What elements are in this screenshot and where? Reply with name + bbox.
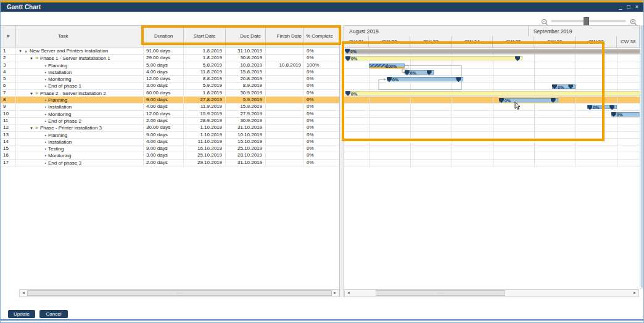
duration-cell: 3.00 days [144, 152, 184, 158]
column-header-number: # [1, 26, 16, 47]
table-row[interactable]: 13●Planning9.00 days1.10.201910.10.20190… [1, 132, 339, 139]
gantt-bar-task[interactable]: 0% [587, 105, 617, 109]
finish-date-cell [266, 111, 304, 117]
table-scrollbar-thumb[interactable]: ··· [27, 290, 332, 296]
percent-cell: 0% [304, 152, 339, 158]
row-number: 1 [1, 48, 16, 54]
finish-date-cell [266, 97, 304, 103]
gantt-bar-task[interactable]: 100% [369, 63, 404, 68]
task-bullet-icon: ● [44, 63, 46, 67]
row-number: 9 [1, 104, 16, 110]
due-date-cell: 28.10.2019 [226, 152, 266, 158]
task-cell: ●End of phase 2 [16, 118, 144, 124]
pane-splitter[interactable] [339, 25, 344, 297]
scroll-left-icon[interactable]: ◄ [20, 290, 27, 296]
column-header-duration: Duration [144, 26, 184, 47]
duration-cell: 3.00 days [144, 83, 184, 89]
gantt-bar-task[interactable]: 0% [552, 84, 576, 89]
task-cell: ●Testing [16, 145, 144, 152]
table-row[interactable]: 6●End of phase 13.00 days5.9.20198.9.201… [1, 83, 339, 89]
column-header-start-date: Start Date [184, 26, 226, 47]
gantt-bar-task[interactable]: 0% [499, 98, 558, 102]
vertical-scrollbar[interactable] [640, 25, 644, 289]
gantt-chart-pane: August 2019September 2019 CW 31CW 32CW 3… [344, 25, 640, 288]
duration-cell: 30.00 days [144, 125, 184, 131]
gantt-bar-summary[interactable]: 0% [345, 49, 640, 54]
cancel-button[interactable]: Cancel [39, 310, 68, 318]
week-label: CW 37 [576, 36, 617, 47]
table-row[interactable]: 3●Planning5.00 days5.8.201910.8.201910.8… [1, 62, 339, 69]
finish-date-cell [266, 76, 304, 82]
table-row[interactable]: 7▼»Phase 2 - Server installation 260.00 … [1, 90, 339, 97]
chart-scrollbar-thumb[interactable]: ··· [376, 290, 505, 296]
due-milestone-icon [456, 77, 461, 82]
start-date-cell: 1.8.2019 [184, 48, 226, 54]
gantt-bar-task[interactable]: 0% [611, 112, 640, 117]
expander-icon[interactable]: ▼ [30, 126, 33, 130]
task-name: Planning [48, 133, 67, 138]
percent-cell: 0% [304, 69, 339, 75]
table-row[interactable]: 11●End of phase 22.00 days28.9.201930.9.… [1, 118, 339, 125]
scroll-right-icon[interactable]: ► [632, 290, 638, 296]
bar-percent-label: 0% [505, 99, 511, 103]
zoom-slider-thumb[interactable] [584, 17, 589, 26]
zoom-slider-track[interactable] [551, 20, 626, 22]
start-date-cell: 1.8.2019 [184, 55, 226, 61]
start-date-cell: 1.10.2019 [184, 132, 226, 138]
table-horizontal-scrollbar[interactable]: ◄ ··· ► [19, 289, 339, 297]
duration-cell: 91.00 days [144, 48, 184, 54]
duration-cell: 2.00 days [144, 118, 184, 124]
percent-cell: 0% [304, 48, 339, 54]
finish-date-cell [266, 132, 304, 138]
table-row[interactable]: 12▼»Phase - Printer installation 330.00 … [1, 125, 339, 131]
gantt-bar-phase[interactable]: 0% [345, 91, 640, 96]
gantt-bar-task[interactable]: 0% [405, 70, 434, 75]
table-row[interactable]: 5●Monitoring12.00 days8.8.201920.8.20190… [1, 76, 339, 83]
table-row[interactable]: 10●Monitoring12.00 days15.9.201927.9.201… [1, 111, 339, 118]
start-milestone-icon [345, 49, 350, 54]
gantt-bar-phase[interactable]: 0% [345, 56, 522, 60]
expander-icon[interactable]: ▼ [19, 49, 22, 53]
task-name: New Server and Printers installation [30, 48, 108, 54]
table-row[interactable]: 1▼▲New Server and Printers installation9… [1, 48, 339, 55]
start-date-cell: 11.10.2019 [184, 139, 226, 145]
finish-date-cell [266, 160, 304, 166]
start-date-cell: 29.10.2019 [184, 160, 226, 166]
week-label: CW 36 [534, 36, 576, 47]
maximize-icon[interactable]: □ [627, 2, 630, 12]
task-bullet-icon: ● [44, 133, 46, 137]
minimize-icon[interactable]: _ [619, 2, 622, 12]
table-row[interactable]: 15●Testing9.00 days16.10.201925.10.20190… [1, 145, 339, 152]
table-row[interactable]: 8●Planning9.00 days27.8.20195.9.20190% [1, 97, 339, 104]
duration-cell: 9.00 days [144, 145, 184, 152]
expander-icon[interactable]: ▼ [30, 92, 33, 96]
percent-cell: 0% [304, 145, 339, 152]
table-row[interactable]: 16●Monitoring3.00 days25.10.201928.10.20… [1, 152, 339, 159]
finish-date-cell [266, 48, 304, 54]
table-row[interactable]: 2▼»Phase 1 - Server Instatallation 129.0… [1, 55, 339, 62]
scroll-left-icon[interactable]: ◄ [345, 290, 352, 296]
chart-horizontal-scrollbar[interactable]: ◄ ··· ► [344, 289, 639, 297]
table-row[interactable]: 14●Installation4.00 days11.10.201915.10.… [1, 139, 339, 145]
percent-cell: 0% [304, 83, 339, 89]
bar-percent-label: 0% [350, 49, 357, 54]
update-button[interactable]: Update [8, 310, 35, 318]
task-name: Installation [48, 139, 72, 145]
percent-cell: 0% [304, 111, 339, 117]
row-number: 8 [1, 97, 16, 103]
scroll-right-icon[interactable]: ► [332, 290, 338, 296]
vertical-scrollbar-thumb[interactable] [641, 26, 644, 287]
scrollbar-grip-icon: ··· [176, 290, 183, 296]
close-icon[interactable]: × [635, 2, 638, 12]
gantt-bar-task[interactable]: 0% [387, 77, 463, 81]
column-header-task: Task [16, 26, 144, 47]
task-cell: ●Monitoring [16, 76, 144, 82]
row-number: 10 [1, 111, 16, 117]
table-row[interactable]: 4●Installation4.00 days11.8.201915.8.201… [1, 69, 339, 76]
expander-icon[interactable]: ▼ [30, 57, 33, 60]
column-header-percent-complete: % Complete [304, 26, 339, 47]
table-row[interactable]: 17●End of phase 32.00 days29.10.201931.1… [1, 160, 339, 166]
table-row[interactable]: 9●Installation4.00 days11.9.201915.9.201… [1, 104, 339, 110]
due-milestone-icon [515, 56, 520, 61]
start-date-cell: 11.9.2019 [184, 104, 226, 110]
